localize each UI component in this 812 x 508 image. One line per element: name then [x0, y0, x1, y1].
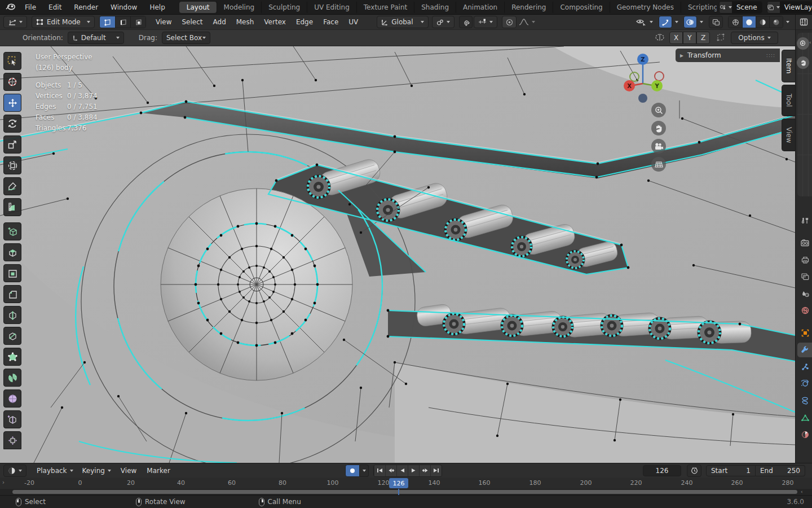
properties-tab-render[interactable]: [797, 235, 812, 250]
tool-poly-build[interactable]: [3, 348, 21, 366]
next-keyframe-icon[interactable]: [419, 465, 430, 476]
menu-render[interactable]: Render: [68, 0, 104, 15]
correct-face-attributes-icon[interactable]: [717, 33, 725, 43]
properties-tab-modifiers[interactable]: [797, 343, 812, 357]
tool-annotate[interactable]: [3, 177, 21, 195]
snap-toggle-magnet-icon[interactable]: [459, 16, 473, 28]
workspace-tab-sculpting[interactable]: Sculpting: [261, 2, 307, 13]
jump-to-start-icon[interactable]: [374, 465, 385, 476]
playhead-frame-badge[interactable]: 126: [389, 478, 408, 488]
pan-panel-icon[interactable]: [797, 56, 809, 69]
workspace-tab-scripting[interactable]: Scripting: [681, 2, 717, 13]
pivot-point-dropdown[interactable]: [432, 16, 454, 28]
play-icon[interactable]: [408, 465, 419, 476]
options-dropdown[interactable]: Options: [731, 32, 778, 44]
timeline-view-menu[interactable]: View: [116, 467, 142, 475]
tool-move[interactable]: [3, 94, 21, 112]
menu-help[interactable]: Help: [143, 0, 171, 15]
current-frame-field[interactable]: 126: [643, 465, 681, 476]
mirror-x-toggle[interactable]: X: [669, 32, 683, 44]
auto-keying-dropdown[interactable]: [360, 465, 369, 477]
workspace-tab-geometry-nodes[interactable]: Geometry Nodes: [610, 2, 681, 13]
pin-icon[interactable]: [762, 2, 762, 13]
playhead-line[interactable]: [398, 489, 399, 495]
timeline-scrollbar[interactable]: [12, 490, 797, 494]
transform-panel-header[interactable]: ▸ Transform ::::: [676, 49, 780, 62]
tool-scale[interactable]: [3, 135, 21, 154]
workspace-tab-rendering[interactable]: Rendering: [504, 2, 553, 13]
workspace-tab-layout[interactable]: Layout: [179, 2, 217, 13]
menu-edit[interactable]: Edit: [42, 0, 68, 15]
menu-view[interactable]: View: [151, 18, 176, 26]
sidebar-tab-item[interactable]: Item: [782, 50, 795, 82]
workspace-tab-shading[interactable]: Shading: [414, 2, 456, 13]
properties-tab-world[interactable]: [797, 303, 812, 318]
tool-spin[interactable]: [3, 369, 21, 387]
view-layer-icon[interactable]: [767, 2, 780, 13]
mode-dropdown[interactable]: Edit Mode: [32, 16, 95, 28]
blender-logo-icon[interactable]: [6, 2, 15, 12]
pan-view-icon[interactable]: [651, 121, 666, 135]
solid-shading-icon[interactable]: [742, 16, 756, 28]
viewport-canvas[interactable]: User Perspective (126) body Objects1 / 5…: [0, 46, 795, 463]
auto-keying-record-icon[interactable]: [345, 465, 360, 477]
jump-to-end-icon[interactable]: [430, 465, 442, 476]
keying-menu[interactable]: Keying: [78, 465, 116, 477]
sidebar-tab-view[interactable]: View: [782, 119, 795, 151]
collapse-chevron-icon[interactable]: ‹: [809, 40, 811, 45]
timeline-marker-menu[interactable]: Marker: [142, 467, 175, 475]
properties-editor-type-icon[interactable]: [796, 15, 812, 30]
zoom-view-icon[interactable]: [651, 103, 666, 117]
menu-face[interactable]: Face: [318, 18, 343, 26]
workspace-tab-modeling[interactable]: Modeling: [217, 2, 262, 13]
scrollbar-end-handle[interactable]: ‹: [801, 489, 803, 494]
tool-shrink-fatten[interactable]: [3, 431, 21, 449]
menu-edge[interactable]: Edge: [291, 18, 318, 26]
orientation-setting-dropdown[interactable]: Default: [68, 32, 124, 44]
proportional-falloff-dropdown[interactable]: [519, 18, 535, 26]
menu-vertex[interactable]: Vertex: [259, 18, 291, 26]
tool-bevel[interactable]: [3, 285, 21, 303]
orthographic-toggle-icon[interactable]: [651, 157, 666, 172]
menu-uv[interactable]: UV: [343, 18, 363, 26]
wireframe-shading-icon[interactable]: [729, 16, 742, 28]
workspace-tab-animation[interactable]: Animation: [456, 2, 504, 13]
workspace-tab-uv-editing[interactable]: UV Editing: [307, 2, 356, 13]
properties-tab-tool[interactable]: [797, 213, 812, 228]
xray-toggle-icon[interactable]: [709, 16, 723, 28]
prev-keyframe-icon[interactable]: [385, 465, 396, 476]
axis-gizmo[interactable]: Z X Y: [617, 51, 674, 105]
properties-tab-object-data[interactable]: [797, 410, 812, 425]
tool-add-cube[interactable]: [3, 222, 21, 240]
timeline-expand-arrow[interactable]: ›: [2, 479, 5, 485]
camera-view-icon[interactable]: [651, 139, 666, 154]
properties-tab-material[interactable]: [797, 427, 812, 442]
sidebar-tab-tool[interactable]: Tool: [782, 85, 795, 116]
menu-file[interactable]: File: [19, 0, 42, 15]
scene-icon[interactable]: [720, 2, 732, 13]
timeline-editor-type-icon[interactable]: [3, 465, 27, 477]
rendered-shading-icon[interactable]: [769, 16, 783, 28]
material-preview-shading-icon[interactable]: [756, 16, 769, 28]
tool-edge-slide[interactable]: [3, 410, 21, 428]
overlays-toggle-icon[interactable]: [683, 16, 697, 28]
workspace-tab-compositing[interactable]: Compositing: [553, 2, 609, 13]
tool-cursor[interactable]: [3, 73, 21, 91]
properties-tab-scene[interactable]: [797, 286, 812, 301]
properties-tab-view-layer[interactable]: [797, 269, 812, 284]
transform-orientation-dropdown[interactable]: Global: [377, 16, 429, 28]
mirror-z-toggle[interactable]: Z: [696, 32, 710, 44]
properties-tab-output[interactable]: [797, 252, 812, 267]
snap-settings-dropdown[interactable]: [474, 16, 497, 28]
editor-type-button[interactable]: [3, 16, 27, 28]
tool-loop-cut[interactable]: [3, 306, 21, 324]
tool-smooth[interactable]: [3, 389, 21, 408]
tool-rotate[interactable]: [3, 115, 21, 133]
frame-start-field[interactable]: Start 1: [706, 465, 756, 476]
menu-add[interactable]: Add: [208, 18, 231, 26]
tool-select-box[interactable]: [3, 52, 21, 70]
tool-transform[interactable]: [3, 156, 21, 174]
properties-tab-object[interactable]: [797, 326, 812, 340]
menu-window[interactable]: Window: [104, 0, 143, 15]
scene-name-field[interactable]: Scene: [732, 2, 762, 13]
